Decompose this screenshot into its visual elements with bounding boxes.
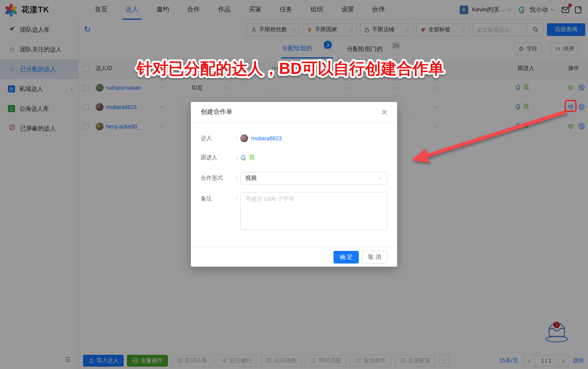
note-textarea[interactable]	[240, 192, 387, 230]
close-icon[interactable]: ×	[382, 107, 387, 117]
confirm-button[interactable]: 确 定	[334, 251, 359, 264]
cancel-button[interactable]: 取 消	[362, 251, 387, 264]
coop-type-value: 视频	[245, 175, 256, 182]
avatar	[240, 134, 248, 142]
coop-type-field-label: 合作形式	[201, 175, 236, 182]
daren-field-label: 达人	[201, 135, 236, 142]
modal-header: 创建合作单 ×	[191, 102, 397, 122]
create-coop-order-modal: 创建合作单 × 达人 : mutiara8823 跟进人 : 我 合作形式 : …	[191, 102, 397, 267]
follower-field-label: 跟进人	[201, 154, 236, 161]
colon: :	[236, 175, 240, 181]
colon: :	[236, 154, 240, 161]
coop-type-select[interactable]: 视频	[240, 172, 387, 184]
colon: :	[236, 192, 240, 201]
note-field-label: 备注	[201, 192, 236, 202]
modal-footer: 确 定 取 消	[191, 247, 397, 267]
org-logo-icon	[240, 154, 247, 161]
colon: :	[236, 135, 240, 141]
chevron-down-icon	[379, 175, 383, 179]
modal-title: 创建合作单	[201, 108, 232, 116]
modal-body: 达人 : mutiara8823 跟进人 : 我 合作形式 : 视频 备注 :	[191, 122, 397, 230]
follower-me-label: 我	[249, 154, 254, 161]
daren-name-link[interactable]: mutiara8823	[251, 135, 282, 141]
